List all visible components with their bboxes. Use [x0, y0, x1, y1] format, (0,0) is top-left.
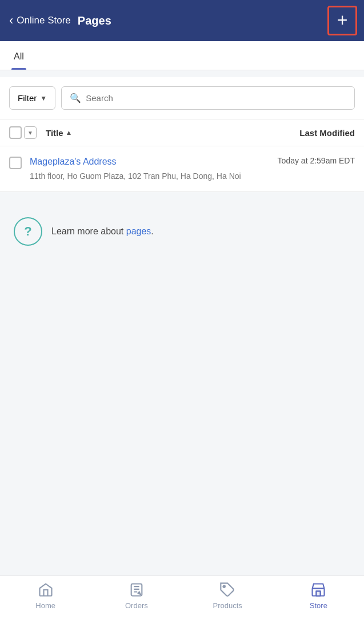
info-banner: ? Learn more about pages.: [0, 201, 364, 262]
column-title-header[interactable]: Title ▲: [46, 128, 269, 138]
table-body: Mageplaza's Address 11th floor, Ho Guom …: [0, 146, 364, 192]
search-box: 🔍: [61, 86, 355, 110]
row-content: Mageplaza's Address 11th floor, Ho Guom …: [30, 155, 267, 182]
search-input[interactable]: [86, 93, 346, 103]
nav-item-products[interactable]: Products: [182, 582, 273, 610]
back-button[interactable]: ‹ Online Store: [9, 13, 71, 28]
help-circle-icon: ?: [14, 217, 42, 246]
svg-point-1: [223, 585, 226, 588]
header: ‹ Online Store Pages +: [0, 0, 364, 41]
chevron-down-icon: ▼: [27, 130, 33, 136]
store-icon: [310, 582, 326, 598]
plus-icon: +: [337, 11, 348, 29]
filter-label: Filter: [18, 93, 37, 103]
nav-item-store[interactable]: Store: [273, 582, 364, 610]
nav-item-orders[interactable]: Orders: [91, 582, 182, 610]
svg-rect-3: [317, 591, 321, 596]
sort-asc-icon: ▲: [66, 129, 73, 137]
bottom-nav: Home Orders Products Store: [0, 576, 364, 627]
filter-chevron-icon: ▼: [40, 94, 47, 102]
select-dropdown-button[interactable]: ▼: [24, 126, 37, 139]
row-title-link[interactable]: Mageplaza's Address: [30, 155, 267, 168]
pages-link[interactable]: pages: [126, 226, 151, 236]
table-row: Mageplaza's Address 11th floor, Ho Guom …: [0, 146, 364, 192]
home-icon: [38, 582, 54, 598]
select-all-area: ▼: [9, 126, 37, 139]
tabs-container: All: [0, 41, 364, 70]
products-icon: [219, 582, 235, 598]
nav-label-orders: Orders: [125, 601, 148, 610]
info-text: Learn more about pages.: [51, 225, 154, 238]
info-text-before: Learn more about: [51, 226, 126, 236]
select-all-checkbox[interactable]: [9, 126, 22, 139]
search-icon: 🔍: [70, 93, 81, 103]
row-modified-date: Today at 2:59am EDT: [275, 155, 355, 167]
row-checkbox[interactable]: [9, 157, 22, 169]
tab-all[interactable]: All: [11, 41, 26, 70]
back-arrow-icon: ‹: [9, 13, 13, 28]
page-title: Pages: [78, 14, 111, 27]
nav-label-home: Home: [35, 601, 55, 610]
back-label: Online Store: [17, 15, 71, 26]
info-text-after: .: [151, 226, 153, 236]
nav-label-store: Store: [310, 601, 327, 610]
row-subtitle: 11th floor, Ho Guom Plaza, 102 Tran Phu,…: [30, 171, 241, 181]
filter-button[interactable]: Filter ▼: [9, 86, 55, 110]
table-header: ▼ Title ▲ Last Modified: [0, 119, 364, 146]
filter-row: Filter ▼ 🔍: [0, 77, 364, 119]
title-col-label: Title: [46, 128, 63, 138]
column-modified-header[interactable]: Last Modified: [269, 128, 355, 138]
nav-item-home[interactable]: Home: [0, 582, 91, 610]
nav-label-products: Products: [213, 601, 242, 610]
orders-icon: [129, 582, 145, 598]
add-page-button[interactable]: +: [327, 6, 357, 35]
